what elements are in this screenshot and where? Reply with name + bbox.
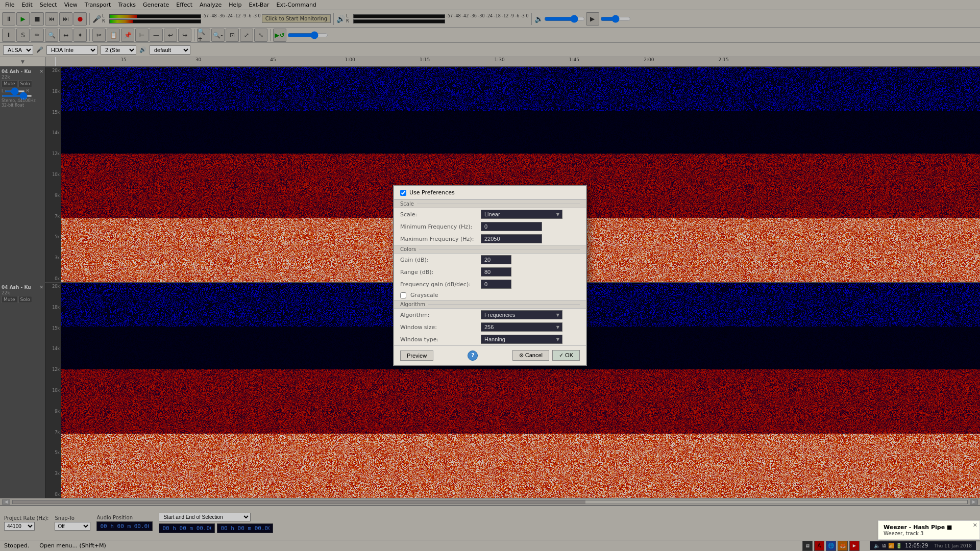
- scale-row: Scale: Linear Logarithmic Mel Bark ERB: [394, 208, 586, 220]
- notification-subtitle: Weezer, track 3: [884, 531, 974, 536]
- scale-select[interactable]: Linear Logarithmic Mel Bark ERB: [481, 210, 562, 219]
- ok-icon: ✓: [559, 352, 564, 358]
- use-preferences-checkbox[interactable]: [400, 190, 406, 196]
- ok-button[interactable]: ✓ OK: [552, 350, 580, 361]
- window-size-label: Window size:: [400, 324, 477, 331]
- use-preferences-label: Use Preferences: [409, 189, 486, 196]
- help-button[interactable]: ?: [468, 350, 478, 361]
- colors-section-label: Colors: [400, 246, 416, 252]
- modal-overlay: Use Preferences Scale Scale: Linear Loga…: [0, 0, 980, 551]
- notification-title: Weezer - Hash Pipe ■: [884, 524, 974, 531]
- algorithm-section-line: [428, 304, 580, 305]
- grayscale-row: Grayscale: [394, 290, 586, 300]
- window-type-select[interactable]: Hanning Hamming Blackman: [481, 335, 562, 344]
- min-freq-row: Minimum Frequency (Hz):: [394, 220, 586, 233]
- modal-action-buttons: ⊗ Cancel ✓ OK: [512, 350, 580, 361]
- algorithm-section-header: Algorithm: [394, 300, 586, 309]
- algorithm-row: Algorithm: Frequencies Reassignment Pitc…: [394, 309, 586, 321]
- window-type-select-wrapper: Hanning Hamming Blackman: [481, 335, 562, 344]
- algorithm-select[interactable]: Frequencies Reassignment Pitch (EAC): [481, 310, 562, 319]
- scale-section-header: Scale: [394, 199, 586, 208]
- use-preferences-row: Use Preferences: [394, 186, 586, 199]
- max-freq-label: Maximum Frequency (Hz):: [400, 236, 477, 242]
- algorithm-section-label: Algorithm: [400, 302, 425, 307]
- cancel-button[interactable]: ⊗ Cancel: [512, 350, 549, 361]
- gain-input[interactable]: [481, 255, 511, 264]
- scale-section-label: Scale: [400, 201, 414, 207]
- freq-gain-input[interactable]: [481, 280, 511, 289]
- window-type-row: Window type: Hanning Hamming Blackman: [394, 333, 586, 345]
- scale-label: Scale:: [400, 211, 477, 218]
- window-size-select[interactable]: 128 256 512 1024 2048 4096: [481, 322, 562, 332]
- range-row: Range (dB):: [394, 266, 586, 278]
- range-input[interactable]: [481, 267, 511, 277]
- max-freq-input[interactable]: [481, 234, 542, 243]
- notification-popup: ✕ Weezer - Hash Pipe ■ Weezer, track 3: [878, 520, 980, 540]
- gain-label: Gain (dB):: [400, 257, 477, 263]
- freq-gain-row: Frequency gain (dB/dec):: [394, 278, 586, 290]
- spectrogram-settings-dialog: Use Preferences Scale Scale: Linear Loga…: [393, 185, 587, 366]
- grayscale-checkbox[interactable]: [400, 292, 406, 298]
- preview-button[interactable]: Preview: [400, 350, 433, 361]
- modal-footer: Preview ? ⊗ Cancel ✓ OK: [394, 345, 586, 365]
- scale-select-wrapper: Linear Logarithmic Mel Bark ERB: [481, 210, 562, 219]
- gain-row: Gain (dB):: [394, 254, 586, 266]
- algorithm-select-wrapper: Frequencies Reassignment Pitch (EAC): [481, 310, 562, 319]
- window-size-select-wrapper: 128 256 512 1024 2048 4096: [481, 322, 562, 332]
- max-freq-row: Maximum Frequency (Hz):: [394, 233, 586, 245]
- grayscale-label: Grayscale: [410, 292, 487, 298]
- algorithm-label: Algorithm:: [400, 312, 477, 318]
- freq-gain-label: Frequency gain (dB/dec):: [400, 281, 477, 288]
- cancel-icon: ⊗: [519, 352, 524, 358]
- window-type-label: Window type:: [400, 336, 477, 343]
- min-freq-label: Minimum Frequency (Hz):: [400, 223, 477, 230]
- window-size-row: Window size: 128 256 512 1024 2048 4096: [394, 321, 586, 333]
- range-label: Range (dB):: [400, 269, 477, 276]
- notification-close[interactable]: ✕: [973, 522, 977, 529]
- min-freq-input[interactable]: [481, 222, 542, 231]
- colors-section-header: Colors: [394, 245, 586, 254]
- scale-section-line: [417, 204, 580, 204]
- colors-section-line: [419, 249, 580, 249]
